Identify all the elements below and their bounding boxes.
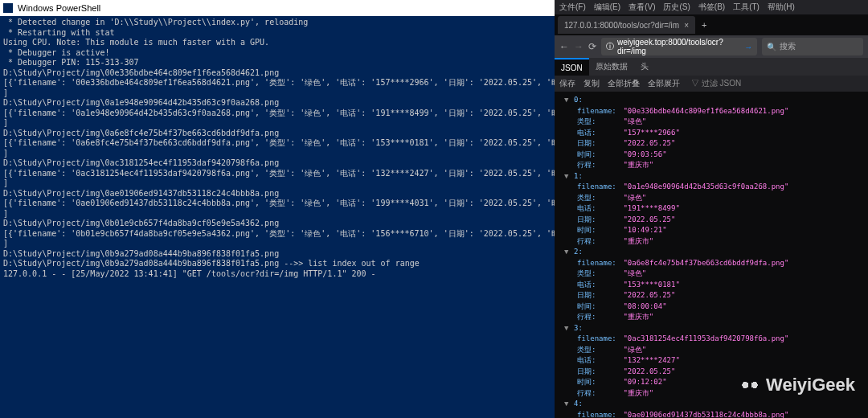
terminal-line: D:\Study\Project/img\0a6e8fc4e75b4f37be6… [3,129,551,139]
terminal-line: ] [3,178,551,189]
new-tab-button[interactable]: + [695,20,713,30]
tab-title: 127.0.0.1:8000/tools/ocr?dir=/im [564,21,679,30]
watermark: WeiyiGeek [739,375,855,395]
menu-item[interactable]: 查看(V) [628,2,655,13]
filter-input[interactable]: ▽ 过滤 JSON [691,78,741,89]
terminal-line: ] [3,149,551,159]
menu-item[interactable]: 编辑(E) [594,2,620,13]
terminal-line: D:\Study\Project/img\0b9a279ad08a444b9ba… [3,249,551,260]
terminal-line: D:\Study\Project/img\0b9a279ad08a444b9ba… [3,259,551,269]
json-property[interactable]: filename: "00e336bdbe464c809ef1f6ea568d4… [559,106,863,117]
terminal-line: ] [3,239,551,249]
terminal-window: Windows PowerShell * Detected change in … [0,0,555,418]
devtools-tabs: JSON 原始数据 头 [555,58,868,76]
json-array-item[interactable]: ▼2: [559,247,863,258]
window-title: Windows PowerShell [18,3,100,13]
json-property[interactable]: 类型: "绿色" [559,117,863,128]
save-button[interactable]: 保存 [559,78,575,89]
close-icon[interactable]: × [684,21,689,30]
watermark-text: WeiyiGeek [766,375,855,395]
tab-strip: 127.0.0.1:8000/tools/ocr?dir=/im × + [555,14,868,35]
terminal-line: [{'filename': '0a6e8fc4e75b4f37be663cd6b… [3,138,551,149]
terminal-line: [{'filename': '0b01e9cb657f4da8ba9cf05e9… [3,229,551,240]
json-property[interactable]: 时间: "10:49:21" [559,225,863,236]
json-viewer[interactable]: ▼0:filename: "00e336bdbe464c809ef1f6ea56… [555,92,868,418]
nav-toolbar: ← → ⟳ ⓘ weiyigeek.top:8000/tools/ocr?dir… [555,35,868,58]
menu-item[interactable]: 文件(F) [559,2,586,13]
collapse-all-button[interactable]: 全部折叠 [608,78,640,89]
menu-item[interactable]: 历史(S) [663,2,690,13]
url-bar[interactable]: ⓘ weiyigeek.top:8000/tools/ocr?dir=/img … [601,38,757,55]
terminal-line: D:\Study\Project/img\0a1e948e90964d42b43… [3,98,551,109]
terminal-line: [{'filename': '0ae01906ed91437db53118c24… [3,199,551,209]
terminal-line: D:\Study\Project/img\0b01e9cb657f4da8ba9… [3,219,551,229]
go-icon[interactable]: → [744,43,752,51]
expand-all-button[interactable]: 全部展开 [648,78,680,89]
terminal-line: [{'filename': '00e336bdbe464c809ef1f6ea5… [3,78,551,88]
powershell-icon [3,3,13,13]
json-property[interactable]: 电话: "153****0181" [559,280,863,291]
browser-tab[interactable]: 127.0.0.1:8000/tools/ocr?dir=/im × [558,16,695,34]
terminal-line: D:\Study\Project/img\00e336bdbe464c809ef… [3,68,551,79]
terminal-line: D:\Study\Project/img\0ac3181254ec4f11953… [3,158,551,169]
reload-button[interactable]: ⟳ [588,41,596,52]
terminal-line: * Detected change in 'D:\\Study\\Project… [3,18,551,28]
browser-window: 文件(F)编辑(E)查看(V)历史(S)书签(B)工具(T)帮助(H) 127.… [555,0,868,418]
search-box[interactable]: 🔍 搜索 [762,38,863,55]
json-property[interactable]: 类型: "绿色" [559,345,863,356]
json-property[interactable]: 日期: "2022.05.25" [559,290,863,301]
json-property[interactable]: 日期: "2022.05.25" [559,138,863,150]
json-property[interactable]: 时间: "08:00:04" [559,301,863,313]
json-property[interactable]: 行程: "重庆市" [559,236,863,248]
menu-bar[interactable]: 文件(F)编辑(E)查看(V)历史(S)书签(B)工具(T)帮助(H) [555,0,868,14]
json-array-item[interactable]: ▼0: [559,95,863,106]
title-bar[interactable]: Windows PowerShell [0,0,555,16]
terminal-line: [{'filename': '0ac3181254ec4f11953daf942… [3,169,551,179]
json-property[interactable]: 时间: "09:03:56" [559,150,863,161]
terminal-line: ] [3,88,551,99]
json-property[interactable]: 电话: "191****8499" [559,203,863,215]
search-icon: 🔍 [767,43,776,51]
terminal-line: ] [3,118,551,129]
search-placeholder: 搜索 [780,41,796,52]
tab-headers[interactable]: 头 [634,58,655,76]
menu-item[interactable]: 书签(B) [698,2,725,13]
terminal-line: ] [3,209,551,219]
json-property[interactable]: 类型: "绿色" [559,268,863,280]
json-property[interactable]: filename: "0ac3181254ec4f11953daf9420798… [559,334,863,345]
json-array-item[interactable]: ▼1: [559,171,863,182]
json-property[interactable]: 电话: "157****2966" [559,128,863,139]
json-array-item[interactable]: ▼3: [559,323,863,334]
menu-item[interactable]: 帮助(H) [768,2,795,13]
json-property[interactable]: 行程: "重庆市" [559,160,863,171]
lock-icon: ⓘ [606,41,614,52]
wechat-icon [739,375,761,395]
terminal-line: Using CPU. Note: This module is much fas… [3,38,551,48]
terminal-line: [{'filename': '0a1e948e90964d42b435d63c9… [3,109,551,119]
json-property[interactable]: filename: "0ae01906ed91437db53118c24c4bb… [559,410,863,419]
json-property[interactable]: 类型: "绿色" [559,193,863,204]
json-toolbar: 保存 复制 全部折叠 全部展开 ▽ 过滤 JSON [555,76,868,92]
json-array-item[interactable]: ▼4: [559,399,863,410]
terminal-line: * Debugger PIN: 115-313-307 [3,58,551,68]
terminal-line: * Debugger is active! [3,48,551,59]
json-property[interactable]: filename: "0a6e8fc4e75b4f37be663cd6bddf9… [559,258,863,269]
json-property[interactable]: 日期: "2022.05.25" [559,215,863,226]
json-property[interactable]: filename: "0a1e948e90964d42b435d63c9f0aa… [559,182,863,193]
url-text: weiyigeek.top:8000/tools/ocr?dir=/img [617,38,741,55]
tab-raw[interactable]: 原始数据 [589,58,634,76]
terminal-line: * Restarting with stat [3,28,551,39]
back-button[interactable]: ← [559,41,569,52]
json-property[interactable]: 行程: "重庆市" [559,312,863,323]
menu-item[interactable]: 工具(T) [733,2,760,13]
terminal-line: 127.0.0.1 - - [25/May/2022 13:41:41] "GE… [3,269,551,280]
terminal-output[interactable]: * Detected change in 'D:\\Study\\Project… [0,16,555,418]
json-property[interactable]: 电话: "132****2427" [559,355,863,367]
tab-json[interactable]: JSON [555,58,589,76]
forward-button: → [574,41,583,52]
copy-button[interactable]: 复制 [583,78,600,89]
terminal-line: D:\Study\Project/img\0ae01906ed91437db53… [3,189,551,199]
